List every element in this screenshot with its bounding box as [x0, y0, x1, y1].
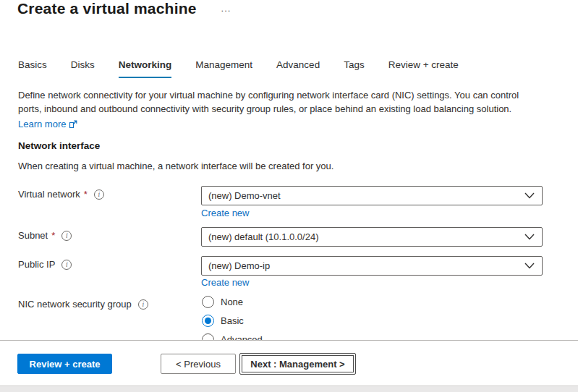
info-icon[interactable]: i [94, 189, 104, 200]
public-ip-value: (new) Demo-ip [208, 260, 270, 271]
chevron-down-icon [524, 263, 535, 269]
radio-selected-icon [202, 315, 214, 327]
review-create-button[interactable]: Review + create [17, 354, 112, 374]
info-icon[interactable]: i [61, 231, 72, 241]
radio-icon [202, 333, 214, 340]
info-icon[interactable]: i [138, 299, 148, 310]
wizard-footer: Review + create < Previous Next : Manage… [0, 340, 578, 385]
public-ip-create-new-link[interactable]: Create new [201, 277, 249, 288]
subnet-value: (new) default (10.1.0.0/24) [208, 231, 318, 242]
nsg-radio-advanced[interactable]: Advanced [202, 333, 263, 340]
nic-nsg-label: NIC network security group i [18, 299, 148, 310]
subnet-label: Subnet* i [18, 230, 72, 241]
previous-button[interactable]: < Previous [161, 354, 236, 374]
bottom-strip [0, 385, 578, 392]
virtual-network-dropdown[interactable]: (new) Demo-vnet [201, 186, 543, 205]
info-icon[interactable]: i [61, 260, 72, 270]
subnet-dropdown[interactable]: (new) default (10.1.0.0/24) [201, 227, 543, 247]
required-asterisk: * [51, 230, 55, 241]
radio-icon [202, 296, 214, 308]
virtual-network-value: (new) Demo-vnet [208, 190, 281, 201]
network-interface-description: When creating a virtual machine, a netwo… [18, 161, 333, 171]
create-vm-page: Create a virtual machine ... Basics Disk… [0, 0, 578, 392]
required-asterisk: * [84, 189, 88, 200]
next-management-button[interactable]: Next : Management > [239, 353, 356, 375]
learn-more-label[interactable]: Learn more [18, 117, 66, 131]
nsg-radio-none[interactable]: None [202, 296, 243, 308]
nsg-radio-basic[interactable]: Basic [202, 315, 244, 327]
virtual-network-create-new-link[interactable]: Create new [201, 208, 249, 218]
external-link-icon [69, 120, 77, 129]
virtual-network-label: Virtual network* i [18, 189, 104, 200]
chevron-down-icon [524, 234, 535, 240]
learn-more-link[interactable]: Learn more [18, 117, 77, 131]
chevron-down-icon [524, 192, 535, 199]
tab-content: Define network connectivity for your vir… [0, 0, 578, 340]
public-ip-dropdown[interactable]: (new) Demo-ip [201, 256, 543, 276]
intro-text: Define network connectivity for your vir… [18, 90, 519, 114]
network-interface-heading: Network interface [18, 140, 100, 151]
networking-intro: Define network connectivity for your vir… [18, 88, 533, 131]
public-ip-label: Public IP i [18, 259, 72, 270]
